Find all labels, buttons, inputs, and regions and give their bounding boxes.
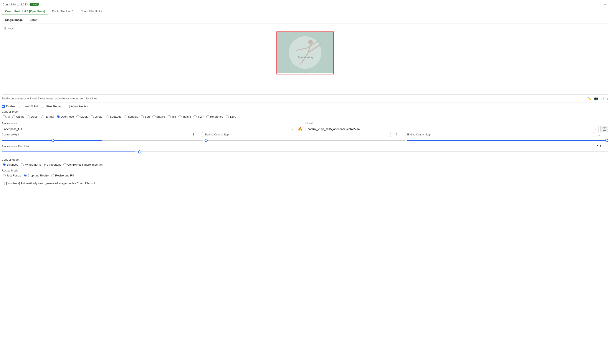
control-type-radio-normal[interactable] xyxy=(41,115,44,118)
control-type-label-canny: Canny xyxy=(16,115,24,118)
control-mode-group: BalancedMy prompt is more importantContr… xyxy=(2,163,608,167)
control-type-radio-depth[interactable] xyxy=(27,115,30,118)
control-mode-radio-2[interactable] xyxy=(63,163,66,166)
control-type-radio-ip2p[interactable] xyxy=(194,115,197,118)
image-bottom-bar xyxy=(277,74,333,74)
preprocessor-label: Preprocessor xyxy=(2,122,295,125)
preprocessor-model-wrapper: Preprocessor openpose_fullopenposeopenpo… xyxy=(2,122,608,132)
starting-step-value[interactable] xyxy=(390,132,405,137)
control-type-mlsd[interactable]: MLSD xyxy=(76,115,89,119)
tab-batch[interactable]: Batch xyxy=(26,17,41,23)
divider-2 xyxy=(2,121,608,121)
enable-checkbox[interactable]: Enable xyxy=(2,105,15,108)
control-type-ip2p[interactable]: IP2P xyxy=(193,115,204,119)
model-select[interactable]: control_v11p_sd15_openpose [cab727d4] xyxy=(305,126,599,132)
dancer-svg xyxy=(277,32,333,73)
ending-step-slider[interactable] xyxy=(407,140,608,141)
resize-mode-1[interactable]: Crop and Resize xyxy=(23,173,50,178)
control-type-radio-inpaint[interactable] xyxy=(178,115,182,118)
control-mode-radio-1[interactable] xyxy=(21,163,24,166)
ending-step-value[interactable] xyxy=(593,132,608,137)
resize-mode-2[interactable]: Resize and Fill xyxy=(50,173,75,178)
tab-single-image[interactable]: Single Image xyxy=(2,17,26,23)
control-weight-value[interactable] xyxy=(188,132,203,137)
control-type-radio-all[interactable] xyxy=(3,115,6,118)
control-type-radio-scribble[interactable] xyxy=(124,115,127,118)
tab-controlnet-unit-2[interactable]: ControlNet Unit 2 xyxy=(77,8,106,15)
control-type-inpaint[interactable]: Inpaint xyxy=(178,115,192,119)
low-vram-label: Low VRAM xyxy=(24,105,38,108)
resize-mode-radio-1[interactable] xyxy=(24,174,27,177)
control-type-radio-reference[interactable] xyxy=(206,115,209,118)
model-select-wrapper: control_v11p_sd15_openpose [cab727d4] xyxy=(305,126,599,132)
control-mode-2[interactable]: ControlNet is more important xyxy=(63,163,104,167)
starting-step-slider[interactable] xyxy=(205,140,406,141)
control-type-label: Control Type xyxy=(2,110,608,113)
control-type-shuffle[interactable]: Shuffle xyxy=(152,115,166,119)
resolution-value[interactable] xyxy=(593,144,608,149)
tab-controlnet-unit-1[interactable]: ControlNet Unit 1 xyxy=(48,8,77,15)
control-type-reference[interactable]: Reference xyxy=(205,115,224,119)
pixel-perfect-input[interactable] xyxy=(42,105,45,108)
low-vram-input[interactable] xyxy=(19,105,22,108)
pixel-perfect-checkbox[interactable]: Pixel Perfect xyxy=(42,105,62,108)
transfer-icon[interactable]: ⇄ xyxy=(601,96,604,101)
pencil-icon[interactable]: ✏️ xyxy=(587,96,592,101)
control-type-softedge[interactable]: SoftEdge xyxy=(105,115,122,119)
control-type-canny[interactable]: Canny xyxy=(11,115,25,119)
control-type-label-openpose: OpenPose xyxy=(61,115,74,118)
resize-mode-radio-0[interactable] xyxy=(3,174,6,177)
unit-badge: 1 unit xyxy=(29,3,39,6)
control-mode-0[interactable]: Balanced xyxy=(2,163,19,167)
control-type-depth[interactable]: Depth xyxy=(26,115,39,119)
main-tabs: ControlNet Unit 0 [OpenPose] ControlNet … xyxy=(2,8,608,15)
control-type-t2ia[interactable]: T2IA xyxy=(225,115,237,119)
control-mode-section: Control Mode BalancedMy prompt is more i… xyxy=(2,158,608,167)
control-type-tile[interactable]: Tile xyxy=(167,115,177,119)
loopback-checkbox[interactable]: [Loopback] Automatically send generated … xyxy=(2,182,95,185)
resize-mode-0[interactable]: Just Resize xyxy=(2,173,22,178)
allow-preview-checkbox[interactable]: Allow Preview xyxy=(67,105,89,108)
low-vram-checkbox[interactable]: Low VRAM xyxy=(19,105,38,108)
camera-icon[interactable]: 📷 xyxy=(594,96,598,101)
control-type-normal[interactable]: Normal xyxy=(40,115,55,119)
loopback-input[interactable] xyxy=(2,182,5,185)
control-type-radio-t2ia[interactable] xyxy=(226,115,229,118)
tab-controlnet-unit-0[interactable]: ControlNet Unit 0 [OpenPose] xyxy=(2,8,48,15)
control-type-label-lineart: Lineart xyxy=(95,115,103,118)
enable-input[interactable] xyxy=(2,105,5,108)
control-type-radio-lineart[interactable] xyxy=(91,115,94,118)
pixel-perfect-label: Pixel Perfect xyxy=(46,105,62,108)
control-type-label-t2ia: T2IA xyxy=(230,115,236,118)
control-type-lineart[interactable]: Lineart xyxy=(90,115,104,119)
refresh-button[interactable]: 🔄 xyxy=(600,126,608,132)
header-left: ControlNet v1.1.233 1 unit xyxy=(3,3,39,6)
control-mode-radio-0[interactable] xyxy=(3,163,6,166)
fire-button[interactable]: 🔥 xyxy=(297,126,304,132)
image-upload-area[interactable]: 🖼 Image xyxy=(2,25,608,95)
control-mode-1[interactable]: My prompt is more important xyxy=(20,163,61,167)
collapse-arrow-icon[interactable]: ▼ xyxy=(603,3,607,6)
control-type-radio-tile[interactable] xyxy=(168,115,171,118)
preprocessor-select[interactable]: openpose_fullopenposeopenpose_faceopenpo… xyxy=(2,126,295,132)
control-type-radio-canny[interactable] xyxy=(12,115,15,118)
control-type-label-tile: Tile xyxy=(172,115,176,118)
control-type-label-depth: Depth xyxy=(31,115,39,118)
control-type-seg[interactable]: Seg xyxy=(140,115,150,119)
sliders-section: Control Weight Starting Control Step End… xyxy=(2,132,608,153)
allow-preview-label: Allow Preview xyxy=(71,105,89,108)
control-type-scribble[interactable]: Scribble xyxy=(123,115,139,119)
upload-icon[interactable]: ↑ xyxy=(607,97,608,101)
resolution-slider[interactable] xyxy=(2,152,608,152)
control-type-radio-openpose[interactable] xyxy=(57,115,60,118)
control-type-openpose[interactable]: OpenPose xyxy=(56,115,75,119)
control-type-radio-mlsd[interactable] xyxy=(77,115,80,118)
control-weight-slider[interactable] xyxy=(2,140,203,141)
header-bar: ControlNet v1.1.233 1 unit ▼ xyxy=(2,2,608,8)
resize-mode-radio-2[interactable] xyxy=(51,174,54,177)
control-type-radio-shuffle[interactable] xyxy=(152,115,156,118)
control-type-radio-seg[interactable] xyxy=(141,115,144,118)
control-type-radio-softedge[interactable] xyxy=(106,115,109,118)
control-type-all[interactable]: All xyxy=(2,115,10,119)
allow-preview-input[interactable] xyxy=(67,105,70,108)
